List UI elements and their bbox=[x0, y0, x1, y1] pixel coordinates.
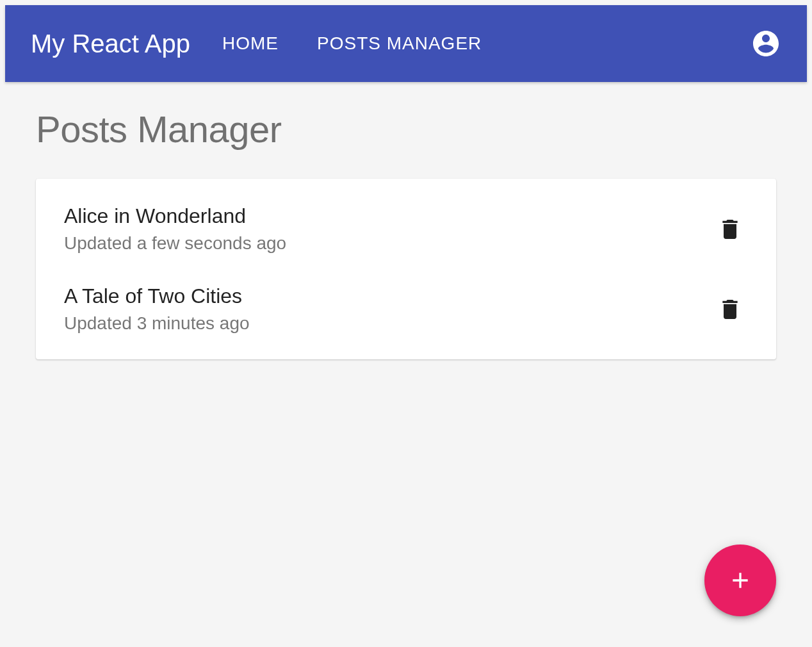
list-item-text: Alice in Wonderland Updated a few second… bbox=[64, 204, 712, 254]
delete-button[interactable] bbox=[712, 211, 748, 247]
delete-icon bbox=[717, 297, 743, 322]
list-item[interactable]: Alice in Wonderland Updated a few second… bbox=[36, 189, 776, 269]
app-bar: My React App HOME POSTS MANAGER bbox=[5, 5, 807, 82]
nav-posts-manager[interactable]: POSTS MANAGER bbox=[317, 33, 482, 54]
nav-home[interactable]: HOME bbox=[222, 33, 279, 54]
app-title: My React App bbox=[31, 29, 190, 58]
post-title: A Tale of Two Cities bbox=[64, 284, 712, 308]
post-updated: Updated 3 minutes ago bbox=[64, 313, 712, 334]
plus-icon bbox=[727, 568, 753, 593]
page-title: Posts Manager bbox=[36, 108, 776, 151]
delete-icon bbox=[717, 217, 743, 242]
post-title: Alice in Wonderland bbox=[64, 204, 712, 228]
account-circle-icon bbox=[751, 28, 781, 59]
post-updated: Updated a few seconds ago bbox=[64, 233, 712, 254]
delete-button[interactable] bbox=[712, 291, 748, 327]
list-item[interactable]: A Tale of Two Cities Updated 3 minutes a… bbox=[36, 269, 776, 349]
posts-card: Alice in Wonderland Updated a few second… bbox=[36, 179, 776, 359]
main-content: Posts Manager Alice in Wonderland Update… bbox=[5, 82, 807, 385]
list-item-text: A Tale of Two Cities Updated 3 minutes a… bbox=[64, 284, 712, 334]
account-button[interactable] bbox=[751, 28, 781, 59]
add-post-button[interactable] bbox=[704, 545, 776, 616]
